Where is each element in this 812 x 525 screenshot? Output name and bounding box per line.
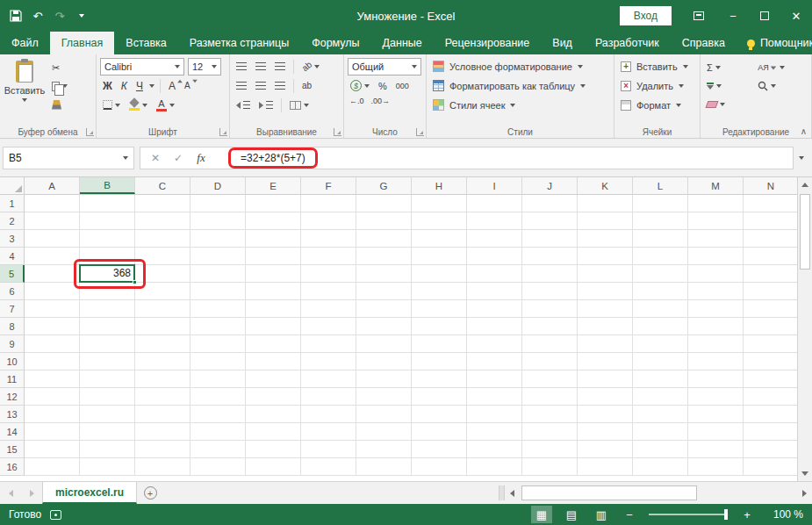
cell-E12[interactable] [246, 388, 301, 406]
clipboard-dialog-launcher[interactable] [86, 128, 94, 136]
cell-K2[interactable] [578, 212, 633, 230]
align-left-button[interactable] [234, 77, 249, 95]
cell-N7[interactable] [744, 300, 797, 318]
tab-page-layout[interactable]: Разметка страницы [178, 32, 300, 54]
column-header-J[interactable]: J [522, 177, 578, 194]
cell-E14[interactable] [246, 423, 301, 441]
decrease-font-button[interactable]: А [182, 77, 193, 95]
cell-D9[interactable] [190, 335, 246, 353]
cell-A1[interactable] [25, 195, 80, 212]
cell-F10[interactable] [301, 353, 356, 370]
cell-J14[interactable] [522, 423, 578, 441]
view-normal-button[interactable]: ▦ [531, 506, 552, 523]
italic-button[interactable]: К [119, 77, 130, 95]
cell-M1[interactable] [688, 195, 744, 212]
cell-A8[interactable] [25, 318, 80, 335]
save-button[interactable] [5, 4, 26, 27]
vertical-scroll-thumb[interactable] [800, 194, 810, 270]
cell-E10[interactable] [246, 353, 301, 370]
cell-H1[interactable] [412, 195, 467, 212]
cell-G3[interactable] [356, 230, 412, 248]
cell-E9[interactable] [246, 335, 301, 353]
cell-G7[interactable] [356, 300, 412, 318]
cell-A6[interactable] [25, 283, 80, 300]
merge-center-button[interactable] [287, 97, 312, 114]
cell-I5[interactable] [467, 265, 522, 283]
cell-M14[interactable] [688, 423, 744, 441]
cell-J4[interactable] [522, 248, 578, 265]
cell-H12[interactable] [412, 388, 467, 406]
cell-J1[interactable] [522, 195, 578, 212]
cell-B3[interactable] [80, 230, 135, 248]
cell-D7[interactable] [190, 300, 246, 318]
row-header-9[interactable]: 9 [0, 335, 25, 353]
cell-M11[interactable] [688, 370, 744, 388]
maximize-button[interactable] [749, 0, 780, 32]
row-header-4[interactable]: 4 [0, 248, 25, 265]
cell-J9[interactable] [522, 335, 578, 353]
formula-input[interactable]: ✕ ✓ fx =32+28*(5+7) [140, 147, 794, 169]
tab-file[interactable]: Файл [0, 32, 50, 54]
cell-M9[interactable] [688, 335, 744, 353]
cell-N6[interactable] [744, 283, 797, 300]
cell-D13[interactable] [190, 406, 246, 423]
sheet-tab-microexcel[interactable]: microexcel.ru [42, 482, 137, 504]
scroll-right-button[interactable] [797, 482, 812, 504]
cell-M3[interactable] [688, 230, 744, 248]
cell-F14[interactable] [301, 423, 356, 441]
cell-D15[interactable] [190, 441, 246, 458]
cell-H16[interactable] [412, 458, 467, 476]
cell-N2[interactable] [744, 212, 797, 230]
cell-H11[interactable] [412, 370, 467, 388]
cell-B6[interactable] [80, 283, 135, 300]
tab-help[interactable]: Справка [671, 32, 737, 54]
cell-C14[interactable] [135, 423, 190, 441]
cell-F5[interactable] [301, 265, 356, 283]
cell-E13[interactable] [246, 406, 301, 423]
cell-N14[interactable] [744, 423, 797, 441]
close-button[interactable]: ✕ [780, 0, 812, 32]
cell-K3[interactable] [578, 230, 633, 248]
cell-C2[interactable] [135, 212, 190, 230]
conditional-formatting-button[interactable]: Условное форматирование [430, 57, 610, 76]
cell-E1[interactable] [246, 195, 301, 212]
cell-A11[interactable] [25, 370, 80, 388]
cell-G2[interactable] [356, 212, 412, 230]
cell-G1[interactable] [356, 195, 412, 212]
cell-G11[interactable] [356, 370, 412, 388]
cell-H2[interactable] [412, 212, 467, 230]
wrap-text-button[interactable]: ab [299, 77, 314, 95]
increase-decimal-button[interactable]: ←.0 [348, 97, 366, 114]
align-middle-button[interactable] [253, 58, 269, 76]
cell-J12[interactable] [522, 388, 578, 406]
cell-F4[interactable] [301, 248, 356, 265]
cell-L10[interactable] [633, 353, 688, 370]
collapse-ribbon-button[interactable]: ∧ [801, 126, 807, 136]
insert-cells-button[interactable]: + Вставить [618, 57, 696, 76]
percent-style-button[interactable]: % [376, 77, 390, 95]
cell-N10[interactable] [744, 353, 797, 370]
horizontal-scrollbar[interactable] [505, 482, 812, 504]
column-header-F[interactable]: F [301, 177, 356, 194]
cell-G14[interactable] [356, 423, 412, 441]
cell-G16[interactable] [356, 458, 412, 476]
cell-D10[interactable] [190, 353, 246, 370]
cell-J6[interactable] [522, 283, 578, 300]
cell-M16[interactable] [688, 458, 744, 476]
cell-L5[interactable] [633, 265, 688, 283]
cell-F15[interactable] [301, 441, 356, 458]
cell-J2[interactable] [522, 212, 578, 230]
cell-H4[interactable] [412, 248, 467, 265]
cell-F16[interactable] [301, 458, 356, 476]
cell-B13[interactable] [80, 406, 135, 423]
cell-I11[interactable] [467, 370, 522, 388]
cell-B14[interactable] [80, 423, 135, 441]
cell-B2[interactable] [80, 212, 135, 230]
cell-I16[interactable] [467, 458, 522, 476]
cell-A2[interactable] [25, 212, 80, 230]
cell-C9[interactable] [135, 335, 190, 353]
sheet-nav-right-button[interactable] [21, 482, 42, 504]
cell-G15[interactable] [356, 441, 412, 458]
align-top-button[interactable] [234, 58, 249, 76]
cell-B5[interactable]: 368 [80, 265, 135, 283]
